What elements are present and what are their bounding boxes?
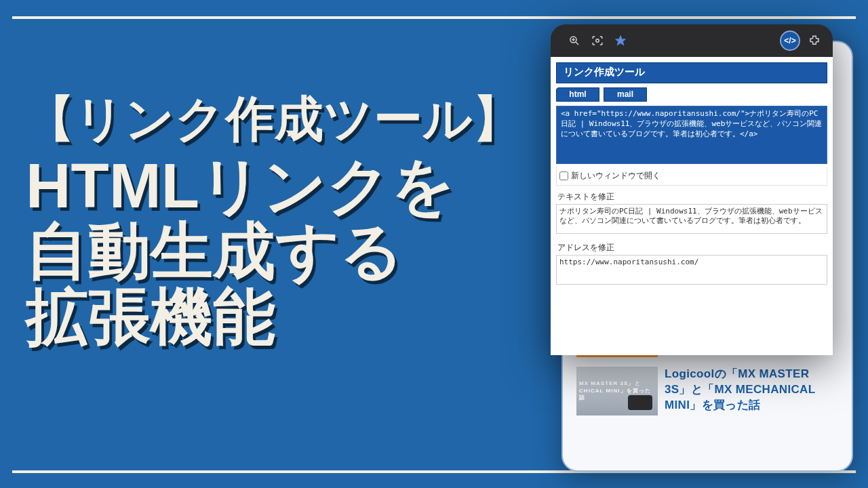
camera-icon[interactable] <box>591 35 604 47</box>
bg-article-title: Logicoolの「MX MASTER 3S」と「MX MECHANICAL M… <box>665 367 838 415</box>
hero-line-3: 自動生成する <box>26 218 522 284</box>
svg-point-4 <box>596 39 599 43</box>
bg-article-thumb: MX MASTER 3S」と CHICAL MINI」を買った話 <box>576 367 658 415</box>
address-field-label: アドレスを修正 <box>557 242 827 253</box>
text-field-label: テキストを修正 <box>557 191 827 203</box>
active-extension-icon[interactable]: </> <box>781 32 799 49</box>
format-tabs: html mail <box>556 87 827 102</box>
extension-popup-body: リンク作成ツール html mail 新しいウィンドウで開く テキストを修正 ア… <box>551 57 833 355</box>
svg-marker-5 <box>616 36 626 45</box>
zoom-icon[interactable] <box>568 35 580 47</box>
link-address-textarea[interactable] <box>556 255 827 285</box>
tab-mail[interactable]: mail <box>604 87 647 102</box>
tab-html[interactable]: html <box>556 87 599 102</box>
generated-link-textarea[interactable] <box>556 106 827 164</box>
new-window-checkbox[interactable] <box>559 171 568 180</box>
new-window-label: 新しいウィンドウで開く <box>571 170 660 182</box>
hero-line-4: 拡張機能 <box>26 284 522 350</box>
bookmark-star-icon[interactable] <box>614 35 627 47</box>
hero-line-1: 【リンク作成ツール】 <box>26 94 522 145</box>
svg-line-1 <box>576 42 578 45</box>
hero-heading: 【リンク作成ツール】 HTMLリンクを 自動生成する 拡張機能 <box>26 94 522 349</box>
extension-popup-window: </> リンク作成ツール html mail 新しいウィンドウで開く テキストを… <box>551 24 833 355</box>
bg-article[interactable]: MX MASTER 3S」と CHICAL MINI」を買った話 Logicoo… <box>576 367 838 415</box>
browser-toolbar: </> <box>551 24 833 57</box>
hero-line-2: HTMLリンクを <box>26 153 522 219</box>
top-rule <box>12 16 856 19</box>
link-text-textarea[interactable] <box>556 204 827 234</box>
new-window-row[interactable]: 新しいウィンドウで開く <box>556 167 827 186</box>
popup-title: リンク作成ツール <box>556 62 827 83</box>
extensions-puzzle-icon[interactable] <box>808 35 821 47</box>
